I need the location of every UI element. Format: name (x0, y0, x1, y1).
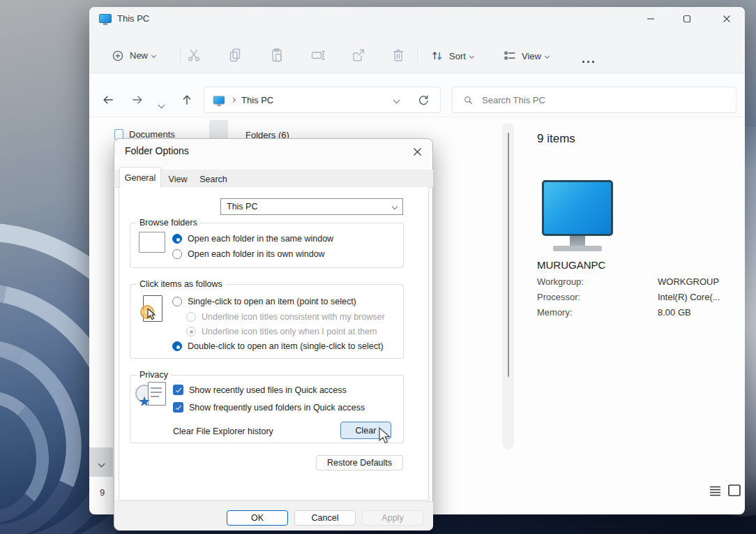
clear-history-label: Clear File Explorer history (173, 427, 273, 436)
chevron-down-icon (469, 53, 474, 58)
view-button[interactable]: View (502, 45, 549, 66)
group-legend: Privacy (137, 370, 171, 380)
property-value: WORKGROUP (658, 276, 719, 287)
thumbnail-view-toggle[interactable] (727, 484, 741, 497)
folder-options-dialog: Folder Options General View Search Open … (114, 138, 433, 531)
radio-unselected-icon (172, 297, 182, 306)
copy-icon (227, 47, 243, 64)
breadcrumb-chevron-icon (231, 97, 236, 102)
restore-defaults-button[interactable]: Restore Defaults (316, 455, 403, 470)
share-icon (350, 47, 367, 64)
chevron-down-icon (99, 457, 104, 469)
selected-item-icon[interactable] (536, 175, 626, 265)
sort-button[interactable]: Sort (430, 45, 474, 66)
view-button-label: View (522, 51, 541, 61)
property-label: Memory: (537, 307, 573, 318)
chevron-down-icon (158, 102, 165, 109)
list-view-icon (709, 484, 722, 497)
radio-disabled-icon (186, 312, 196, 322)
radio-unselected-icon (172, 249, 182, 259)
address-bar[interactable]: This PC (204, 87, 441, 113)
back-arrow-icon (101, 93, 115, 107)
paste-button[interactable] (269, 47, 285, 64)
radio-same-window[interactable]: Open each folder in the same window (172, 234, 333, 244)
cursor-arrow-icon (148, 309, 155, 320)
new-button[interactable]: New (105, 44, 167, 67)
radio-disabled-selected-icon (186, 327, 196, 336)
cut-icon (186, 47, 202, 64)
radio-double-click[interactable]: Double-click to open an item (single-cli… (172, 341, 384, 351)
single-click-icon (142, 295, 164, 326)
this-pc-icon (99, 14, 112, 23)
back-button[interactable] (101, 93, 115, 107)
monitor-icon (542, 180, 613, 236)
sort-button-label: Sort (449, 51, 466, 61)
scrollbar-thumb[interactable] (508, 133, 509, 377)
radio-own-window[interactable]: Open each folder in its own window (172, 249, 325, 259)
search-box[interactable] (452, 87, 736, 113)
search-icon (462, 94, 474, 106)
maximize-button[interactable] (672, 8, 702, 29)
this-pc-icon (213, 96, 225, 104)
close-icon (414, 148, 421, 155)
refresh-icon[interactable] (416, 94, 430, 107)
address-dropdown-icon[interactable] (393, 96, 400, 103)
sort-icon (430, 48, 445, 64)
pc-name: MURUGANPC (537, 259, 605, 271)
toolbar-divider (417, 47, 418, 66)
property-value: 8.00 GB (658, 307, 691, 318)
plus-circle-icon (110, 48, 126, 64)
group-legend: Browse folders (137, 218, 200, 228)
checkbox-checked-icon (173, 402, 183, 413)
chevron-down-icon (392, 204, 398, 209)
property-label: Workgroup: (537, 276, 584, 287)
combobox-value: This PC (227, 202, 257, 212)
ok-button[interactable]: OK (227, 510, 288, 526)
dialog-title: Folder Options (125, 145, 189, 156)
checkbox-recent-files[interactable]: Show recently used files in Quick access (173, 385, 347, 395)
mouse-cursor (378, 427, 393, 445)
share-button[interactable] (350, 47, 367, 64)
desktop: This PC New (0, 0, 756, 534)
up-arrow-icon (180, 93, 194, 107)
search-input[interactable] (482, 95, 705, 105)
apply-button[interactable]: Apply (362, 510, 423, 526)
see-more-button[interactable] (581, 53, 596, 66)
group-legend: Click items as follows (137, 279, 225, 289)
tab-view[interactable]: View (162, 171, 193, 188)
radio-underline-consistent[interactable]: Underline icon titles consistent with my… (186, 312, 385, 322)
forward-arrow-icon (130, 93, 144, 107)
copy-button[interactable] (227, 47, 243, 64)
up-button[interactable] (180, 93, 194, 107)
paste-icon (269, 47, 285, 64)
delete-button[interactable] (390, 47, 407, 64)
large-icons-view-icon (727, 484, 741, 497)
forward-button[interactable] (130, 93, 144, 107)
cancel-button[interactable]: Cancel (294, 510, 356, 526)
view-icon (502, 48, 517, 64)
radio-underline-point[interactable]: Underline icon titles only when I point … (186, 327, 377, 336)
toolbar-divider (180, 47, 181, 66)
monitor-stand (570, 236, 585, 246)
tab-search[interactable]: Search (193, 171, 234, 188)
radio-single-click[interactable]: Single-click to open an item (point to s… (172, 297, 356, 306)
star-icon: ★ (138, 394, 151, 408)
minimize-button[interactable] (635, 8, 666, 29)
recent-locations-button[interactable] (159, 98, 164, 110)
cut-button[interactable] (186, 47, 202, 64)
checkbox-frequent-folders[interactable]: Show frequently used folders in Quick ac… (173, 402, 365, 413)
chevron-down-icon (545, 53, 550, 58)
monitor-base (553, 246, 602, 251)
property-label: Processor: (537, 292, 580, 302)
property-value: Intel(R) Core(... (658, 292, 720, 302)
folder-window-icon (139, 232, 165, 253)
details-view-toggle[interactable] (709, 484, 722, 497)
breadcrumb[interactable]: This PC (241, 95, 273, 105)
window-tab[interactable]: This PC (99, 13, 149, 24)
tab-general[interactable]: General (119, 167, 161, 188)
close-button[interactable] (711, 8, 742, 29)
rename-button[interactable] (310, 47, 326, 64)
open-to-combobox[interactable]: This PC (220, 198, 403, 215)
dialog-close-button[interactable] (410, 144, 424, 158)
chevron-down-icon (151, 53, 156, 58)
